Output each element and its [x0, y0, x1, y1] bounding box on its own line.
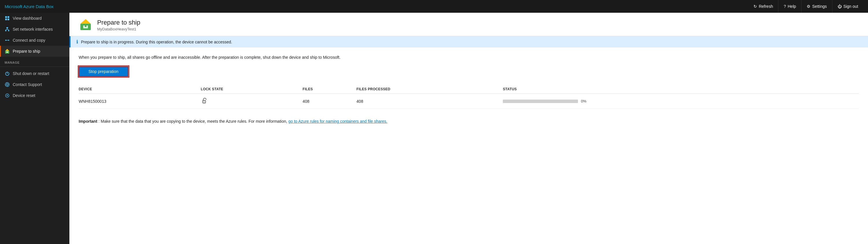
svg-rect-3	[7, 19, 9, 20]
reset-icon	[5, 93, 10, 98]
important-text: : Make sure that the data that you are c…	[97, 119, 288, 124]
svg-rect-0	[5, 16, 7, 18]
progress-percent: 0%	[581, 99, 590, 103]
col-device: DEVICE	[79, 85, 201, 94]
description-text: When you prepare to ship, all shares go …	[79, 54, 859, 60]
important-label: Important	[79, 119, 97, 124]
page-header: Prepare to ship MyDataBoxHeavyTest1	[69, 13, 868, 36]
layout: View dashboard Set network interfaces	[0, 13, 868, 244]
status-cell: 0%	[503, 94, 859, 109]
table-header-row: DEVICE LOCK STATE FILES FILES PROCESSED …	[79, 85, 859, 94]
device-name: WNH81500013	[79, 94, 201, 109]
col-status: STATUS	[503, 85, 859, 94]
svg-marker-26	[81, 19, 91, 24]
help-button[interactable]: ? Help	[778, 0, 801, 13]
signout-icon: ⏻	[838, 4, 842, 9]
svg-rect-16	[6, 52, 8, 53]
support-icon	[5, 82, 10, 87]
settings-button[interactable]: ⚙ Settings	[801, 0, 832, 13]
svg-marker-15	[5, 49, 9, 51]
progress-wrap: 0%	[503, 99, 855, 103]
svg-rect-5	[5, 30, 6, 31]
stop-preparation-button[interactable]: Stop preparation	[79, 66, 128, 77]
main-content: Prepare to ship MyDataBoxHeavyTest1 ℹ Pr…	[69, 13, 868, 244]
svg-point-30	[204, 101, 205, 102]
help-icon: ?	[783, 4, 786, 9]
sidebar: View dashboard Set network interfaces	[0, 13, 69, 244]
svg-rect-6	[8, 30, 9, 31]
svg-rect-1	[7, 16, 9, 18]
table-row: WNH81500013 408 408	[79, 94, 859, 109]
sidebar-divider	[0, 66, 69, 67]
sidebar-item-shutdown[interactable]: Shut down or restart	[0, 68, 69, 79]
settings-icon: ⚙	[807, 4, 810, 9]
manage-section-label: MANAGE	[0, 57, 69, 65]
svg-point-11	[5, 39, 6, 41]
col-files: FILES	[303, 85, 356, 94]
top-bar: Microsoft Azure Data Box ↻ Refresh ? Hel…	[0, 0, 868, 13]
sidebar-item-prepare[interactable]: Prepare to ship	[0, 46, 69, 57]
files-processed-count: 408	[356, 94, 503, 109]
sidebar-item-support[interactable]: Contact Support	[0, 79, 69, 90]
refresh-button[interactable]: ↻ Refresh	[748, 0, 778, 13]
sidebar-item-network[interactable]: Set network interfaces	[0, 24, 69, 35]
banner-text: Prepare to ship is in progress. During t…	[81, 39, 232, 44]
svg-rect-4	[6, 27, 8, 28]
svg-rect-2	[5, 19, 7, 20]
important-note: Important : Make sure that the data that…	[79, 118, 859, 125]
page-subtitle: MyDataBoxHeavyTest1	[97, 27, 140, 31]
refresh-icon: ↻	[753, 4, 757, 9]
connect-icon	[5, 37, 10, 43]
unlock-icon	[201, 101, 208, 105]
signout-button[interactable]: ⏻ Sign out	[832, 0, 863, 13]
top-bar-actions: ↻ Refresh ? Help ⚙ Settings ⏻ Sign out	[748, 0, 863, 13]
page-title: Prepare to ship	[97, 19, 140, 26]
azure-rules-link[interactable]: go to Azure rules for naming containers …	[288, 119, 387, 124]
info-icon: ℹ	[76, 39, 78, 45]
col-files-processed: FILES PROCESSED	[356, 85, 503, 94]
svg-point-17	[5, 82, 9, 86]
page-icon	[79, 18, 93, 32]
content-area: When you prepare to ship, all shares go …	[69, 48, 868, 131]
files-count: 408	[303, 94, 356, 109]
progress-bar-background	[503, 100, 578, 103]
lock-state-cell	[201, 94, 303, 109]
svg-point-12	[8, 39, 9, 41]
sidebar-item-connect[interactable]: Connect and copy	[0, 35, 69, 46]
app-title: Microsoft Azure Data Box	[5, 4, 54, 9]
svg-point-24	[7, 95, 8, 96]
device-table: DEVICE LOCK STATE FILES FILES PROCESSED …	[79, 85, 859, 109]
page-header-text: Prepare to ship MyDataBoxHeavyTest1	[97, 19, 140, 31]
network-icon	[5, 27, 10, 32]
sidebar-item-reset[interactable]: Device reset	[0, 90, 69, 101]
prepare-icon	[5, 49, 10, 54]
dashboard-icon	[5, 16, 10, 21]
svg-point-18	[6, 84, 8, 85]
col-lock: LOCK STATE	[201, 85, 303, 94]
sidebar-item-dashboard[interactable]: View dashboard	[0, 13, 69, 24]
power-icon	[5, 71, 10, 76]
svg-rect-28	[85, 25, 87, 27]
info-banner: ℹ Prepare to ship is in progress. During…	[69, 36, 868, 48]
